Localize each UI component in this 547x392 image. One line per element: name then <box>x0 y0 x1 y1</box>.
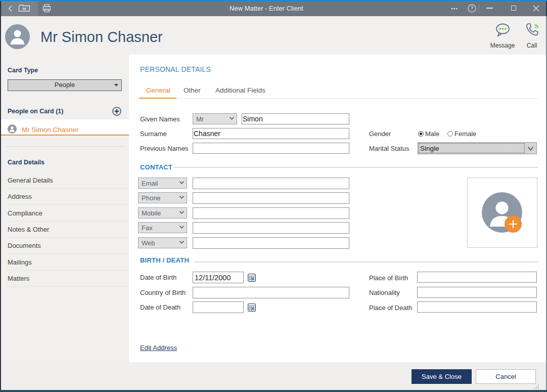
svg-text:?: ? <box>471 6 474 11</box>
svg-text:M: M <box>23 7 26 11</box>
